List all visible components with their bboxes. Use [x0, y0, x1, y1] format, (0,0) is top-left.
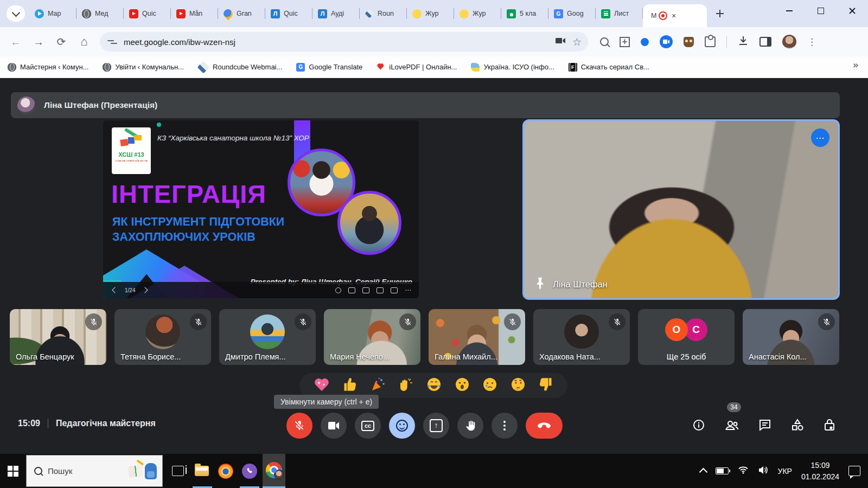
pointer-icon[interactable]	[376, 287, 384, 293]
owl-extension-icon[interactable]	[684, 37, 694, 47]
viber-button[interactable]	[239, 454, 260, 488]
participant-tile[interactable]: Анастасія Кол...	[743, 309, 839, 365]
url-text[interactable]: meet.google.com/ibw-wzen-nsj	[124, 37, 548, 47]
file-explorer-button[interactable]	[191, 454, 213, 488]
firefox-button[interactable]	[215, 454, 237, 488]
wifi-icon[interactable]	[738, 466, 749, 476]
taskbar-search-box[interactable]: Пошук	[26, 455, 163, 487]
participant-tile[interactable]: Тетяна Борисе...	[114, 309, 211, 365]
battery-icon[interactable]	[716, 467, 729, 474]
address-bar[interactable]: meet.google.com/ibw-wzen-nsj ☆	[100, 32, 588, 52]
participant-tile[interactable]: Ольга Бенцарук	[10, 309, 106, 365]
thinking-face-icon[interactable]	[510, 377, 526, 394]
crying-face-icon[interactable]	[482, 377, 497, 394]
task-view-button[interactable]	[167, 454, 189, 488]
next-slide-icon[interactable]	[142, 287, 148, 293]
host-controls-button[interactable]	[824, 419, 835, 434]
forward-button[interactable]: →	[27, 36, 50, 48]
bookmark-item[interactable]: Україна. ІСУО (інфо...	[471, 63, 554, 72]
back-button[interactable]: ←	[4, 36, 27, 48]
chrome-button-active[interactable]	[263, 454, 285, 488]
tray-expand-icon[interactable]	[699, 468, 707, 477]
participant-tile[interactable]: Мария Нечепо...	[324, 309, 420, 365]
extensions-puzzle-icon[interactable]	[705, 36, 716, 47]
taskbar-clock[interactable]: 15:09 01.02.2024	[801, 460, 839, 482]
zoom-icon[interactable]	[335, 287, 341, 293]
present-button[interactable]: ↑	[423, 413, 449, 439]
previous-slide-icon[interactable]	[112, 287, 118, 293]
browser-tab[interactable]: Gran	[218, 0, 265, 27]
participant-tile[interactable]: Галина Михайл...	[429, 309, 525, 365]
raise-hand-button[interactable]	[457, 413, 483, 439]
site-info-icon[interactable]	[106, 36, 118, 48]
new-tab-button[interactable]	[712, 6, 727, 21]
presentation-slide[interactable]: ХСШ #13 СУЧАСНА УКРАЇНСЬКА ШКОЛА КЗ “Хар…	[103, 120, 419, 298]
browser-tab[interactable]: Quic	[124, 0, 171, 27]
camera-button[interactable]	[321, 413, 347, 439]
reactions-button-active[interactable]	[389, 413, 415, 439]
party-popper-icon[interactable]	[371, 377, 386, 394]
window-minimize-button[interactable]	[774, 0, 805, 22]
bookmark-item[interactable]: iLovePDF | Онлайн...	[376, 63, 457, 72]
bookmark-item[interactable]: GGoogle Translate	[296, 63, 362, 72]
pinned-video-tile[interactable]: ⋯ Ліна Штефан	[522, 119, 840, 300]
tile-options-button[interactable]: ⋯	[811, 129, 829, 147]
cast-icon[interactable]	[362, 287, 369, 293]
volume-icon[interactable]	[758, 466, 769, 477]
surprised-face-icon[interactable]	[455, 377, 470, 394]
browser-tab[interactable]: Жур	[454, 0, 501, 27]
meeting-info-button[interactable]	[692, 419, 705, 434]
bookmark-star-icon[interactable]: ☆	[572, 36, 582, 48]
captions-button[interactable]: cc	[355, 413, 381, 439]
thumbs-up-icon[interactable]	[342, 377, 358, 394]
face-with-tears-of-joy-icon[interactable]	[426, 377, 442, 394]
tab-search-button[interactable]	[7, 5, 25, 22]
meet-extension-icon[interactable]	[660, 35, 673, 48]
clapping-hands-icon[interactable]	[398, 377, 413, 394]
bookmark-item[interactable]: Roundcube Webmai...	[198, 62, 282, 73]
action-center-icon[interactable]	[848, 466, 860, 476]
browser-menu-icon[interactable]: ⋮	[807, 36, 816, 48]
browser-tab[interactable]: ЛQuic	[265, 0, 312, 27]
browser-tab[interactable]: Мар	[29, 0, 76, 27]
participants-button[interactable]	[725, 419, 739, 434]
close-icon[interactable]: ×	[669, 11, 678, 20]
tab-capture-icon[interactable]	[555, 36, 566, 47]
language-indicator[interactable]: УКР	[778, 467, 792, 476]
reload-button[interactable]: ⟳	[50, 35, 73, 48]
mic-button-muted[interactable]	[286, 413, 312, 439]
browser-tab[interactable]: 5 кла	[501, 0, 548, 27]
browser-tab[interactable]: Лист	[596, 0, 643, 27]
bookmark-item[interactable]: Майстерня ‹ Комун...	[8, 63, 88, 72]
window-restore-button[interactable]	[805, 0, 837, 22]
window-close-button[interactable]	[837, 0, 868, 22]
screenshot-extension-icon[interactable]: +	[620, 37, 630, 47]
browser-tab-active[interactable]: M ×	[643, 4, 707, 27]
chat-button[interactable]	[758, 419, 771, 434]
sparkling-heart-icon[interactable]	[314, 377, 330, 394]
home-button[interactable]: ⌂	[73, 35, 95, 49]
bookmarks-overflow-button[interactable]: »	[853, 60, 858, 70]
participant-tile[interactable]: Ходакова Ната...	[533, 309, 630, 365]
bookmark-item[interactable]: Увійти ‹ Комунальн...	[103, 63, 184, 72]
blue-dot-extension-icon[interactable]	[641, 38, 649, 46]
more-options-icon[interactable]: ⋯	[405, 288, 411, 293]
bookmark-item[interactable]: FСкачать сериал Св...	[569, 63, 649, 72]
search-extension-icon[interactable]	[600, 37, 609, 46]
browser-tab[interactable]: GGoog	[548, 0, 596, 27]
side-panel-icon[interactable]	[760, 37, 771, 47]
start-button[interactable]	[0, 454, 26, 488]
browser-tab[interactable]: ЛАуді	[312, 0, 360, 27]
downloads-icon[interactable]	[738, 35, 749, 48]
browser-tab[interactable]: Жур	[407, 0, 454, 27]
browser-tab[interactable]: Мед	[76, 0, 124, 27]
more-participants-tile[interactable]: О С Ще 25 осіб	[638, 309, 735, 365]
display-icon[interactable]	[391, 287, 398, 293]
keyboard-icon[interactable]	[348, 287, 355, 293]
browser-tab[interactable]: Roun	[360, 0, 407, 27]
more-options-button[interactable]	[492, 413, 518, 439]
activities-button[interactable]	[791, 419, 804, 434]
browser-tab[interactable]: Mån	[171, 0, 218, 27]
profile-avatar[interactable]	[782, 35, 796, 49]
thumbs-down-icon[interactable]	[538, 377, 553, 394]
